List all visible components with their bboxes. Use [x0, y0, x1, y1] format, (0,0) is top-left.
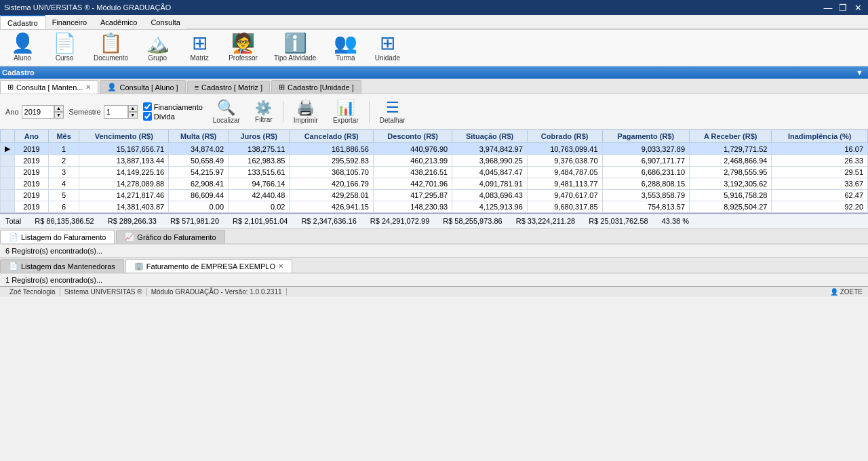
cell-desconto: 148,230.93	[373, 201, 452, 213]
detalhar-label: Detalhar	[380, 117, 406, 124]
col-a-receber[interactable]: A Receber (R$)	[690, 130, 772, 143]
exportar-icon: 📊	[336, 99, 355, 117]
col-inadimplencia[interactable]: Inadimplência (%)	[772, 130, 868, 143]
ribbon-matriz[interactable]: ⊞ Matriz	[182, 33, 216, 63]
localizar-button[interactable]: 🔍 Localizar	[208, 97, 245, 126]
tab-consulta-aluno-label: Consulta [ Aluno ]	[119, 83, 178, 92]
minimize-button[interactable]: —	[822, 1, 834, 14]
status-version: Módulo GRADUAÇÃO - Versão: 1.0.0.2311	[147, 288, 287, 296]
table-header-row: Ano Mês Vencimento (R$) Multa (R$) Juros…	[1, 130, 868, 143]
table-row[interactable]: 2019514,271,817.4686,609.4442,440.48429,…	[1, 190, 868, 201]
cell-pagamento: 754,813.57	[602, 201, 689, 213]
maximize-button[interactable]: ❐	[837, 1, 849, 14]
col-cobrado[interactable]: Cobrado (R$)	[527, 130, 602, 143]
cell-a_receber: 3,192,305.62	[690, 178, 772, 190]
tab-consulta-aluno[interactable]: 👤 Consulta [ Aluno ]	[100, 80, 185, 94]
col-situacao[interactable]: Situação (R$)	[452, 130, 528, 143]
cell-desconto: 442,701.96	[373, 178, 452, 190]
cell-a_receber: 2,468,866.94	[690, 155, 772, 167]
total-label: Total	[5, 217, 21, 225]
cell-mes: 5	[48, 190, 79, 201]
semestre-label: Semestre	[69, 108, 101, 116]
col-vencimento[interactable]: Vencimento (R$)	[79, 130, 169, 143]
row-indicator	[1, 201, 15, 213]
divida-label: Dívida	[154, 113, 175, 121]
col-desconto[interactable]: Desconto (R$)	[373, 130, 452, 143]
table-body: ▶2019115,167,656.7134,874.02138,275.1116…	[1, 143, 868, 213]
records-count-2-text: 1 Registro(s) encontrado(s)...	[5, 276, 102, 284]
semestre-spinner[interactable]: ▲ ▼	[128, 105, 138, 119]
divida-checkbox[interactable]	[143, 112, 152, 121]
ano-input[interactable]	[22, 105, 54, 119]
menu-academico[interactable]: Acadêmico	[94, 15, 144, 29]
financiamento-checkbox[interactable]	[143, 102, 152, 111]
table-footer: Total R$ 86,135,386.52 R$ 289,266.33 R$ …	[0, 213, 868, 228]
col-mes[interactable]: Mês	[48, 130, 79, 143]
table-row[interactable]: 2019414,278,089.8862,908.4194,766.14420,…	[1, 178, 868, 190]
table-row[interactable]: 2019314,149,225.1654,215.97133,515.61368…	[1, 167, 868, 178]
menu-cadastro[interactable]: Cadastro	[0, 15, 45, 29]
close-button[interactable]: ✕	[852, 1, 864, 14]
section-header-dropdown[interactable]: ▼	[856, 68, 866, 77]
semestre-down[interactable]: ▼	[128, 112, 138, 119]
table-row[interactable]: 2019614,381,403.870.000.02426,941.15148,…	[1, 201, 868, 213]
tab-faturamento-empresa[interactable]: 🏢 Faturamento de EMPRESA EXEMPLO ✕	[125, 259, 292, 273]
menu-bar: Cadastro Financeiro Acadêmico Consulta	[0, 15, 868, 30]
col-pagamento[interactable]: Pagamento (R$)	[602, 130, 689, 143]
ribbon-tipo-atividade[interactable]: ℹ️ Tipo Atividade	[270, 33, 320, 63]
cell-pagamento: 9,033,327.89	[602, 143, 689, 155]
financiamento-check[interactable]: Financiamento	[143, 102, 203, 111]
ribbon-unidade[interactable]: ⊞ Unidade	[370, 33, 404, 63]
filtrar-button[interactable]: ⚙️ Filtrar	[250, 98, 277, 125]
semestre-input[interactable]	[104, 105, 128, 119]
localizar-icon: 🔍	[217, 99, 235, 117]
table-row[interactable]: 2019213,887,193.4450,658.49162,983.85295…	[1, 155, 868, 167]
ribbon-aluno[interactable]: 👤 Aluno	[5, 33, 39, 63]
col-juros[interactable]: Juros (R$)	[229, 130, 290, 143]
detalhar-button[interactable]: ☰ Detalhar	[375, 97, 410, 126]
cell-vencimento: 14,149,225.16	[79, 167, 169, 178]
cell-mes: 2	[48, 155, 79, 167]
exportar-button[interactable]: 📊 Exportar	[328, 97, 363, 126]
cell-situacao: 4,083,696.43	[452, 190, 528, 201]
ribbon-documento[interactable]: 📋 Documento	[90, 33, 132, 63]
tab-cadastro-matriz[interactable]: ≡ Cadastro [ Matriz ]	[187, 81, 270, 94]
row-indicator: ▶	[1, 143, 15, 155]
ano-spinner[interactable]: ▲ ▼	[54, 105, 64, 119]
cell-cancelado: 426,941.15	[290, 201, 374, 213]
ribbon-grupo[interactable]: 🏔️ Grupo	[140, 33, 174, 63]
cell-pagamento: 3,553,858.79	[602, 190, 689, 201]
tab-consulta-manten-close[interactable]: ✕	[85, 83, 91, 91]
col-ano[interactable]: Ano	[15, 130, 49, 143]
cell-juros: 162,983.85	[229, 155, 290, 167]
cell-cancelado: 420,166.79	[290, 178, 374, 190]
table-row[interactable]: ▶2019115,167,656.7134,874.02138,275.1116…	[1, 143, 868, 155]
menu-consulta[interactable]: Consulta	[144, 15, 186, 29]
listagem-mantenedoras-icon: 📄	[9, 262, 18, 270]
ano-down[interactable]: ▼	[54, 112, 64, 119]
tab-grafico-faturamento[interactable]: 📈 Gráfico do Faturamento	[116, 230, 224, 243]
ribbon-turma[interactable]: 👥 Turma	[328, 33, 362, 63]
tab-cadastro-matriz-icon: ≡	[195, 83, 199, 92]
faturamento-empresa-close[interactable]: ✕	[278, 262, 283, 270]
tab-consulta-manten[interactable]: ⊞ Consulta [ Manten... ✕	[0, 80, 98, 94]
imprimir-button[interactable]: 🖨️ Imprimir	[289, 97, 323, 126]
tab-cadastro-unidade[interactable]: ⊞ Cadastro [Unidade ]	[271, 80, 361, 94]
col-indicator	[1, 130, 15, 143]
tab-listagem-faturamento[interactable]: 📄 Listagem do Faturamento	[0, 230, 115, 243]
cell-cobrado: 9,680,317.85	[527, 201, 602, 213]
cell-pagamento: 6,288,808.15	[602, 178, 689, 190]
col-cancelado[interactable]: Cancelado (R$)	[290, 130, 374, 143]
col-multa[interactable]: Multa (R$)	[169, 130, 229, 143]
divida-check[interactable]: Dívida	[143, 112, 203, 121]
cell-desconto: 440,976.90	[373, 143, 452, 155]
tab-listagem-mantenedoras[interactable]: 📄 Listagem das Mantenedoras	[0, 259, 124, 273]
row-indicator	[1, 190, 15, 201]
ribbon-professor[interactable]: 🧑‍🏫 Professor	[224, 33, 262, 63]
grupo-icon: 🏔️	[146, 34, 170, 53]
semestre-up[interactable]: ▲	[128, 105, 138, 112]
imprimir-label: Imprimir	[294, 117, 318, 124]
menu-financeiro[interactable]: Financeiro	[45, 15, 94, 29]
ano-up[interactable]: ▲	[54, 105, 64, 112]
ribbon-curso[interactable]: 📄 Curso	[47, 33, 81, 63]
